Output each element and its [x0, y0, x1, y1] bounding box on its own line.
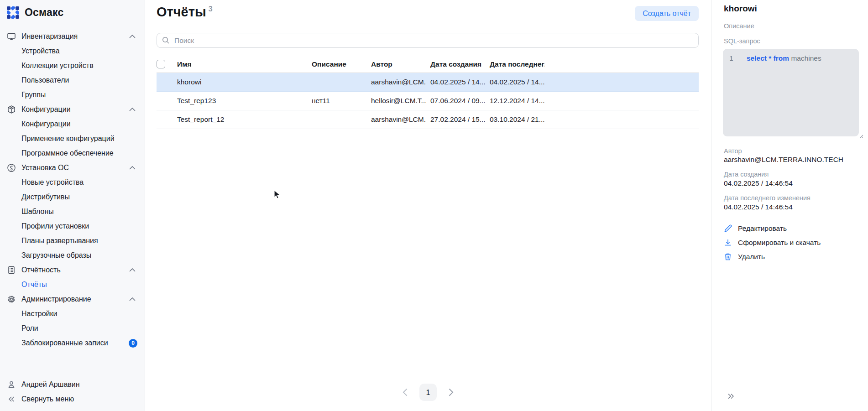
pencil-icon	[724, 224, 732, 233]
table-row[interactable]: khorowi aarshavin@LCM.... 04.02.2025 / 1…	[157, 73, 699, 92]
trash-icon	[724, 253, 732, 261]
user-menu[interactable]: Андрей Аршавин	[0, 377, 145, 392]
reports-count: 3	[209, 5, 213, 13]
collapse-menu-label: Свернуть меню	[21, 395, 136, 403]
os-install-icon	[6, 163, 16, 172]
sidebar-item-distributions[interactable]: Дистрибутивы	[0, 190, 145, 204]
table-row[interactable]: Test_rep123 нет11 hellosir@LCM.T... 07.0…	[157, 92, 699, 110]
column-header-name[interactable]: Имя	[177, 60, 307, 68]
create-report-button[interactable]: Создать отчёт	[635, 6, 699, 21]
sql-code: select * from machines	[740, 54, 821, 67]
detail-panel: khorowi Описание SQL-запрос 1 select * f…	[711, 0, 868, 411]
double-chevron-right-icon	[727, 393, 734, 399]
search-bar	[157, 33, 699, 48]
sidebar-section-os-install[interactable]: Установка ОС	[0, 161, 145, 175]
sidebar-item-boot-images[interactable]: Загрузочные образы	[0, 248, 145, 263]
double-chevron-left-icon	[6, 396, 16, 402]
modified-label: Дата последнего изменения	[724, 194, 810, 202]
next-page-button[interactable]	[449, 388, 454, 396]
pagination: 1	[145, 384, 711, 401]
sidebar-item-devices[interactable]: Устройства	[0, 44, 145, 58]
search-input[interactable]	[157, 33, 699, 48]
app-name: Осмакс	[25, 6, 63, 19]
main-content: Отчёты3 Создать отчёт Имя Описание Автор…	[145, 0, 711, 411]
sidebar-item-groups[interactable]: Группы	[0, 88, 145, 102]
modified-value: 04.02.2025 / 14:46:54	[724, 203, 793, 211]
column-header-created[interactable]: Дата создания	[426, 60, 485, 68]
author-label: Автор	[724, 147, 742, 155]
chevron-up-icon	[129, 297, 136, 301]
page-number-button[interactable]: 1	[419, 384, 437, 401]
delete-report-button[interactable]: Удалить	[724, 253, 765, 261]
sql-label: SQL-запрос	[724, 37, 760, 45]
description-label: Описание	[724, 22, 754, 30]
sidebar-item-apply-configurations[interactable]: Применение конфигураций	[0, 131, 145, 146]
search-icon	[162, 36, 170, 44]
sidebar-item-configurations[interactable]: Конфигурации	[0, 117, 145, 131]
edit-report-button[interactable]: Редактировать	[724, 224, 787, 233]
select-all-checkbox[interactable]	[157, 60, 165, 68]
sidebar-item-roles[interactable]: Роли	[0, 321, 145, 336]
sidebar-section-configurations[interactable]: Конфигурации	[0, 102, 145, 117]
sidebar-item-settings[interactable]: Настройки	[0, 307, 145, 321]
chevron-up-icon	[129, 108, 136, 111]
chevron-up-icon	[129, 35, 136, 38]
reports-table: Имя Описание Автор Дата создания Дата по…	[157, 56, 699, 129]
sidebar-item-install-profiles[interactable]: Профили установки	[0, 219, 145, 234]
collapse-menu-button[interactable]: Свернуть меню	[0, 392, 145, 406]
detail-title: khorowi	[724, 4, 757, 14]
sidebar-nav: Инвентаризация Устройства Коллекции устр…	[0, 29, 145, 350]
author-value: aarshavin@LCM.TERRA.INNO.TECH	[724, 156, 843, 164]
sidebar-item-software[interactable]: Программное обеспечение	[0, 146, 145, 161]
sidebar-item-users[interactable]: Пользователи	[0, 73, 145, 88]
resize-handle-icon[interactable]	[859, 132, 863, 140]
sidebar-section-label: Инвентаризация	[21, 32, 125, 41]
sidebar: Осмакс Инвентаризация Устройства Коллекц…	[0, 0, 145, 411]
sidebar-item-device-collections[interactable]: Коллекции устройств	[0, 58, 145, 73]
chevron-up-icon	[129, 166, 136, 170]
sql-editor[interactable]: 1 select * from machines	[723, 49, 859, 136]
column-header-description[interactable]: Описание	[307, 60, 366, 68]
monitor-icon	[6, 32, 16, 41]
sidebar-item-blocked-accounts[interactable]: Заблокированные записи 0	[0, 336, 145, 350]
app-logo-icon	[7, 6, 19, 19]
package-icon	[6, 105, 16, 114]
user-icon	[6, 380, 16, 389]
report-icon	[6, 265, 16, 275]
line-number: 1	[723, 54, 740, 67]
download-icon	[724, 239, 732, 247]
table-row[interactable]: Test_report_12 aarshavin@LCM.... 27.02.2…	[157, 110, 699, 129]
created-label: Дата создания	[724, 171, 769, 178]
chip-icon	[6, 295, 16, 304]
column-header-author[interactable]: Автор	[366, 60, 426, 68]
sidebar-item-deployment-plans[interactable]: Планы развертывания	[0, 234, 145, 248]
app-logo: Осмакс	[7, 6, 63, 19]
expand-panel-button[interactable]	[727, 393, 734, 399]
sidebar-section-inventory[interactable]: Инвентаризация	[0, 29, 145, 44]
generate-download-button[interactable]: Сформировать и скачать	[724, 239, 821, 247]
sql-line: 1 select * from machines	[723, 49, 859, 67]
created-value: 04.02.2025 / 14:46:54	[724, 179, 793, 187]
sidebar-item-templates[interactable]: Шаблоны	[0, 204, 145, 219]
page-title: Отчёты3	[157, 5, 213, 20]
prev-page-button[interactable]	[403, 388, 408, 396]
table-header-row: Имя Описание Автор Дата создания Дата по…	[157, 56, 699, 73]
column-header-modified[interactable]: Дата последнег...	[485, 60, 544, 68]
sidebar-item-new-devices[interactable]: Новые устройства	[0, 175, 145, 190]
mouse-cursor	[273, 190, 282, 202]
sidebar-item-reports[interactable]: Отчёты	[0, 277, 145, 292]
blocked-accounts-badge: 0	[129, 339, 137, 348]
chevron-up-icon	[129, 268, 136, 272]
sidebar-footer: Андрей Аршавин Свернуть меню	[0, 377, 145, 406]
user-name: Андрей Аршавин	[21, 380, 136, 389]
sidebar-section-administration[interactable]: Администрирование	[0, 292, 145, 307]
sidebar-section-reporting[interactable]: Отчётность	[0, 263, 145, 277]
